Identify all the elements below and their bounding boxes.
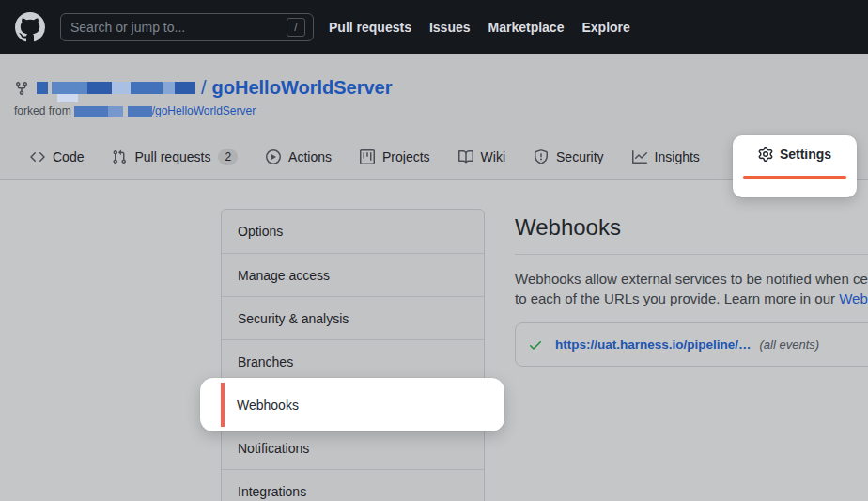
repo-separator: / [201, 77, 207, 99]
search-placeholder: Search or jump to... [70, 20, 287, 35]
tab-label: Projects [382, 149, 430, 164]
github-logo-icon[interactable] [15, 12, 45, 42]
tab-label: Pull requests [134, 149, 210, 164]
code-icon [30, 149, 45, 164]
repo-name-link[interactable]: goHelloWorldServer [212, 77, 393, 99]
repo-title: / goHelloWorldServer [14, 77, 392, 99]
tab-settings[interactable]: Settings [733, 147, 857, 162]
page-title: Webhooks [515, 209, 868, 241]
play-icon [266, 149, 281, 164]
top-header: Search or jump to... / Pull requests Iss… [0, 0, 868, 54]
settings-tab-spotlight: Settings [733, 135, 857, 197]
sidebar-item-manage-access[interactable]: Manage access [222, 253, 484, 296]
shield-icon [534, 149, 549, 164]
title-divider [515, 254, 868, 255]
sidebar-item-integrations[interactable]: Integrations [222, 469, 484, 501]
sidebar-item-branches[interactable]: Branches [222, 339, 484, 383]
sidebar-item-label: Webhooks [225, 398, 299, 413]
pull-requests-count-badge: 2 [218, 149, 238, 165]
tab-code[interactable]: Code [30, 149, 84, 164]
webhooks-description: Webhooks allow external services to be n… [515, 269, 868, 308]
description-line-2-text: to each of the URLs you provide. Learn m… [515, 290, 839, 306]
nav-issues[interactable]: Issues [429, 20, 471, 35]
webhook-entry: https://uat.harness.io/pipeline/… (all e… [515, 322, 868, 367]
tab-security[interactable]: Security [534, 149, 604, 164]
nav-pull-requests[interactable]: Pull requests [329, 20, 411, 35]
selected-tab-underline [743, 176, 846, 179]
webhooks-item-spotlight: Webhooks [200, 378, 504, 431]
check-icon [528, 337, 543, 352]
sidebar-item-options[interactable]: Options [222, 210, 484, 253]
redacted-upstream-owner [74, 106, 152, 117]
sidebar-item-notifications[interactable]: Notifications [222, 426, 484, 469]
slash-shortcut-key: / [287, 18, 305, 37]
nav-explore[interactable]: Explore [581, 20, 629, 35]
repo-forked-icon [14, 81, 29, 96]
tab-label: Actions [288, 149, 332, 164]
webhook-events-label: (all events) [760, 337, 820, 352]
graph-icon [632, 149, 647, 164]
search-input[interactable]: Search or jump to... / [60, 13, 314, 41]
tab-projects[interactable]: Projects [360, 149, 430, 164]
tab-insights[interactable]: Insights [632, 149, 700, 164]
book-icon [458, 149, 473, 164]
upstream-repo-link[interactable]: /goHelloWorldServer [152, 104, 256, 117]
webhook-url-link[interactable]: https://uat.harness.io/pipeline/… [555, 337, 752, 352]
project-icon [360, 149, 375, 164]
forked-from-label: forked from [14, 104, 71, 117]
sidebar-item-security-analysis[interactable]: Security & analysis [222, 296, 484, 339]
tab-label: Insights [655, 149, 700, 164]
gear-icon [758, 147, 773, 162]
github-settings-page: Search or jump to... / Pull requests Iss… [0, 0, 868, 501]
webhooks-panel: Webhooks Webhooks allow external service… [515, 209, 868, 501]
tab-label: Security [556, 149, 604, 164]
repo-header: / goHelloWorldServer forked from /goHell… [0, 54, 868, 134]
redacted-owner-name [37, 82, 195, 95]
tab-label: Settings [780, 147, 831, 162]
description-line-2: to each of the URLs you provide. Learn m… [515, 289, 868, 308]
nav-marketplace[interactable]: Marketplace [488, 20, 565, 35]
tab-label: Code [53, 149, 84, 164]
global-nav: Pull requests Issues Marketplace Explore [329, 20, 630, 35]
sidebar-item-webhooks-active[interactable]: Webhooks [221, 383, 485, 427]
forked-from-row: forked from /goHelloWorldServer [14, 104, 256, 117]
tab-label: Wiki [481, 149, 505, 164]
tab-pull-requests[interactable]: Pull requests 2 [112, 149, 238, 165]
git-pull-request-icon [112, 149, 127, 164]
tab-actions[interactable]: Actions [266, 149, 332, 164]
webhooks-guide-link[interactable]: Webhooks [839, 290, 868, 306]
tab-wiki[interactable]: Wiki [458, 149, 505, 164]
description-line-1: Webhooks allow external services to be n… [515, 269, 868, 289]
settings-sidebar: Options Manage access Security & analysi… [221, 209, 485, 501]
